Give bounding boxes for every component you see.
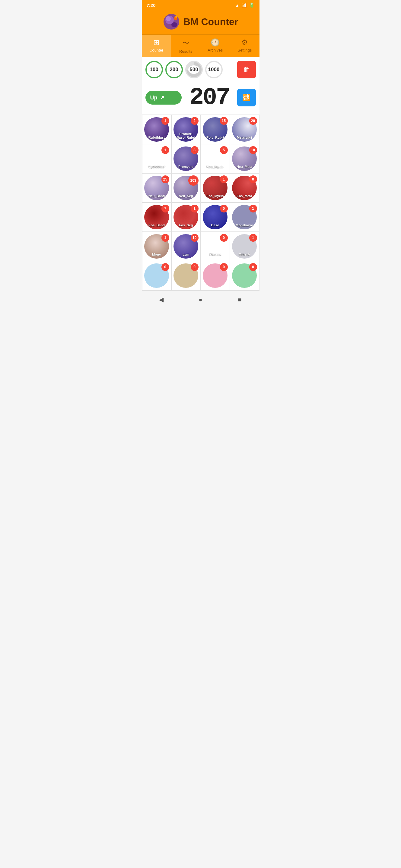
cell-count-neu-meta: 10: [249, 146, 257, 154]
cell-label-mono: Mono: [152, 253, 161, 256]
signal-icon: 📶: [241, 2, 247, 8]
cell-light-blue[interactable]: 0: [142, 261, 171, 290]
cell-count-eos-seg: 1: [191, 205, 199, 213]
cell-count-plasma: 0: [220, 234, 228, 242]
up-icon: ↗: [160, 94, 165, 101]
cell-label-metarubri: Metarubri: [237, 135, 252, 139]
counter-icon: ⊞: [153, 38, 159, 47]
app-logo: [163, 13, 180, 30]
cell-count-prorubri-baso-rubri: 2: [191, 117, 199, 125]
tab-counter-label: Counter: [149, 48, 163, 53]
cell-label-plasma: Plasma: [209, 253, 221, 256]
bottom-nav: ◀ ● ■: [142, 290, 259, 310]
cell-poly-rubri[interactable]: Poly_Rubri 15: [201, 115, 230, 144]
cell-eos-meta[interactable]: Eos_Meta 0: [230, 174, 259, 202]
cell-prorubri-baso-rubri[interactable]: Prorubri Baso_Rubri 2: [172, 115, 200, 144]
cell-count-eos-band: 7: [162, 205, 169, 213]
cell-count-eos-myelo: 1: [220, 176, 228, 183]
cell-label-baso: Baso: [211, 223, 219, 227]
archives-icon: 🕐: [210, 38, 220, 47]
cell-lym[interactable]: Lym 10: [172, 232, 200, 261]
cell-label-poly-rubri: Poly_Rubri: [206, 135, 224, 139]
cell-label-othera: OtherA: [239, 253, 250, 256]
cell-count-poly-rubri: 15: [220, 117, 228, 125]
tab-archives[interactable]: 🕐 Archives: [201, 35, 230, 57]
delete-button[interactable]: 🗑: [237, 61, 256, 79]
cell-count-neu-myelo: 5: [220, 146, 228, 154]
cell-eos-band[interactable]: Eos_Band 7: [142, 203, 171, 231]
home-button[interactable]: ●: [193, 295, 208, 304]
tab-counter[interactable]: ⊞ Counter: [142, 35, 171, 57]
target-200[interactable]: 200: [165, 61, 183, 79]
cell-count-lym: 10: [191, 234, 199, 242]
cell-count-neu-seg: 103: [188, 176, 199, 186]
cell-label-promyelo: Promyelo: [178, 165, 193, 168]
reset-icon: 🔁: [242, 94, 251, 101]
cell-megakaryo[interactable]: Megakaryo 1: [230, 203, 259, 231]
cell-grid: Rubriblast 1 Prorubri Baso_Rubri 2 Poly_…: [142, 115, 259, 290]
wifi-icon: ▲: [235, 3, 239, 8]
cell-metarubri[interactable]: Metarubri 20: [230, 115, 259, 144]
app-title: BM Counter: [183, 16, 238, 27]
svg-point-3: [171, 22, 177, 27]
cell-neu-seg[interactable]: Neu_Seg 103: [172, 174, 200, 202]
target-1000[interactable]: 1000: [205, 61, 223, 79]
cell-label-neu-meta: Neu_Meta: [236, 165, 252, 168]
cell-label-eos-meta: Eos_Meta: [236, 194, 252, 198]
cell-count-metarubri: 20: [249, 117, 257, 125]
up-label: Up: [150, 95, 157, 101]
cell-count-light-blue: 0: [162, 263, 169, 271]
tab-settings[interactable]: ⚙ Settings: [230, 35, 259, 57]
cell-label-eos-band: Eos_Band: [148, 223, 165, 227]
cell-neu-myelo[interactable]: Neu_Myelo 5: [201, 144, 230, 173]
cell-promyelo[interactable]: Promyelo 3: [172, 144, 200, 173]
cell-pink[interactable]: 0: [201, 261, 230, 290]
trash-icon: 🗑: [243, 66, 250, 73]
cell-count-promyelo: 3: [191, 146, 199, 154]
cell-plasma[interactable]: Plasma 0: [201, 232, 230, 261]
cell-label-rubriblast: Rubriblast: [148, 135, 165, 139]
cell-tan[interactable]: 0: [172, 261, 200, 290]
cell-rubriblast[interactable]: Rubriblast 1: [142, 115, 171, 144]
svg-point-5: [175, 16, 177, 18]
recent-icon: ■: [238, 296, 241, 303]
cell-count-othera: 1: [249, 234, 257, 242]
status-icons: ▲ 📶 🔋: [235, 2, 255, 8]
cell-label-eos-seg: Eos_Seg: [179, 223, 193, 227]
cell-label-neu-myelo: Neu_Myelo: [206, 165, 224, 168]
cell-myeloblast[interactable]: Myeloblast 1: [142, 144, 171, 173]
counter-controls: 100 200 500 1000 🗑: [142, 57, 259, 83]
svg-point-2: [166, 16, 171, 21]
target-100[interactable]: 100: [145, 61, 163, 79]
recent-button[interactable]: ■: [232, 295, 248, 304]
cell-green[interactable]: 0: [230, 261, 259, 290]
tab-results[interactable]: 〜 Results: [171, 35, 201, 57]
cell-othera[interactable]: OtherA 1: [230, 232, 259, 261]
home-icon: ●: [199, 296, 202, 303]
app-header: BM Counter: [142, 10, 259, 34]
settings-icon: ⚙: [241, 38, 248, 47]
cell-baso[interactable]: Baso 0: [201, 203, 230, 231]
cell-eos-seg[interactable]: Eos_Seg 1: [172, 203, 200, 231]
tab-archives-label: Archives: [208, 48, 223, 53]
cell-label-megakaryo: Megakaryo: [236, 223, 253, 227]
cell-count-myeloblast: 1: [162, 146, 169, 154]
reset-button[interactable]: 🔁: [237, 89, 256, 106]
cell-count-mono: 1: [162, 234, 169, 242]
tab-settings-label: Settings: [237, 48, 252, 53]
cell-mono[interactable]: Mono 1: [142, 232, 171, 261]
cell-label-myeloblast: Myeloblast: [148, 165, 165, 168]
back-button[interactable]: ◀: [154, 295, 169, 304]
cell-label-neu-band: Neu_Band: [148, 194, 165, 198]
cell-count-megakaryo: 1: [249, 205, 257, 213]
counter-display: Up ↗ 207 🔁: [142, 83, 259, 115]
results-icon: 〜: [182, 38, 190, 48]
up-toggle[interactable]: Up ↗: [145, 91, 182, 104]
cell-eos-myelo[interactable]: Eos_Myelo 1: [201, 174, 230, 202]
target-500[interactable]: 500: [185, 61, 203, 79]
status-time: 7:20: [147, 3, 156, 8]
cell-label-lym: Lym: [182, 253, 189, 256]
cell-neu-band[interactable]: Neu_Band 25: [142, 174, 171, 202]
cell-neu-meta[interactable]: Neu_Meta 10: [230, 144, 259, 173]
cell-count-green: 0: [249, 263, 257, 271]
